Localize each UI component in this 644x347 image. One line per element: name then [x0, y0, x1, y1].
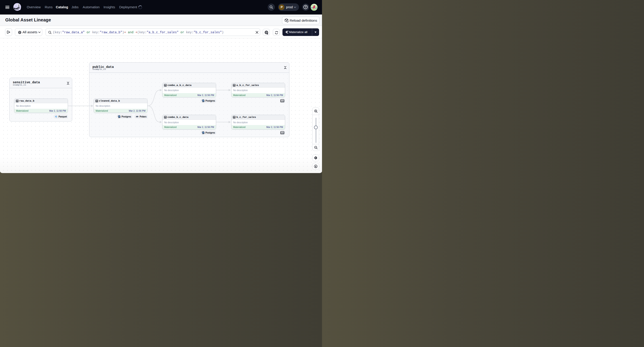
svg-text:CSV: CSV: [281, 100, 284, 102]
svg-text:CSV: CSV: [281, 132, 284, 134]
